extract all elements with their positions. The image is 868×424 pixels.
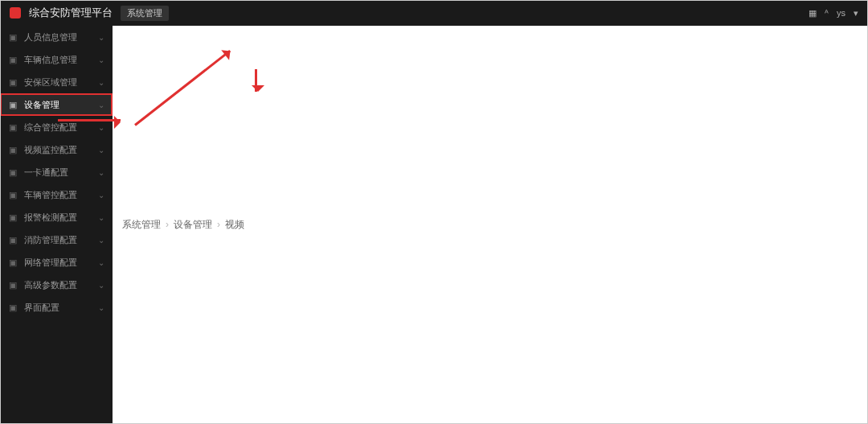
guide-arrow-3 bbox=[255, 69, 257, 92]
topbar: 综合安防管理平台 系统管理 ▦ ᴬ ys ▾ bbox=[0, 0, 868, 26]
crumb-0[interactable]: 系统管理 bbox=[122, 218, 161, 232]
chevron-icon: ⌄ bbox=[98, 281, 104, 290]
logo-icon bbox=[10, 7, 21, 19]
user-icon[interactable]: ᴬ bbox=[825, 8, 829, 19]
nav-icon: ▣ bbox=[8, 32, 18, 42]
nav-icon: ▣ bbox=[8, 55, 18, 64]
guide-arrow-1 bbox=[58, 119, 121, 121]
chevron-icon: ⌄ bbox=[98, 168, 104, 177]
module-tag[interactable]: 系统管理 bbox=[121, 6, 169, 21]
grid-icon[interactable]: ▦ bbox=[809, 8, 817, 19]
sidebar-item[interactable]: ▣报警检测配置⌄ bbox=[0, 206, 113, 228]
sidebar-item[interactable]: ▣车辆管控配置⌄ bbox=[0, 183, 113, 206]
chevron-icon: ⌄ bbox=[98, 191, 104, 200]
nav-icon: ▣ bbox=[8, 235, 18, 245]
nav-icon: ▣ bbox=[8, 303, 18, 312]
chevron-icon: ⌄ bbox=[98, 213, 104, 222]
app-title: 综合安防管理平台 bbox=[29, 6, 113, 20]
sidebar-item[interactable]: ▣网络管理配置⌄ bbox=[0, 251, 113, 274]
nav-icon: ▣ bbox=[8, 167, 18, 177]
nav-icon: ▣ bbox=[8, 100, 18, 109]
chevron-icon: ⌄ bbox=[98, 123, 104, 132]
sidebar-item[interactable]: ▣一卡通配置⌄ bbox=[0, 161, 113, 183]
sidebar-item[interactable]: ▣消防管理配置⌄ bbox=[0, 228, 113, 251]
nav-icon: ▣ bbox=[8, 257, 18, 267]
sidebar: ▣人员信息管理⌄▣车辆信息管理⌄▣安保区域管理⌄▣设备管理⌄▣综合管控配置⌄▣视… bbox=[0, 26, 113, 424]
sidebar-item[interactable]: ▣车辆信息管理⌄ bbox=[0, 48, 113, 71]
chevron-icon: ⌄ bbox=[98, 33, 104, 42]
nav-icon: ▣ bbox=[8, 77, 18, 87]
nav-icon: ▣ bbox=[8, 212, 18, 222]
chevron-icon: ⌄ bbox=[98, 56, 104, 64]
chevron-icon: ⌄ bbox=[98, 236, 104, 245]
chevron-down-icon[interactable]: ▾ bbox=[854, 8, 858, 19]
chevron-icon: ⌄ bbox=[98, 146, 104, 154]
sidebar-item[interactable]: ▣安保区域管理⌄ bbox=[0, 71, 113, 93]
nav-icon: ▣ bbox=[8, 190, 18, 200]
chevron-icon: ⌄ bbox=[98, 303, 104, 312]
sidebar-item[interactable]: ▣高级参数配置⌄ bbox=[0, 274, 113, 296]
user-name[interactable]: ys bbox=[837, 8, 845, 18]
crumb-2: 视频 bbox=[225, 218, 244, 232]
nav-icon: ▣ bbox=[8, 122, 18, 132]
chevron-icon: ⌄ bbox=[98, 78, 104, 87]
sidebar-item[interactable]: ▣视频监控配置⌄ bbox=[0, 138, 113, 161]
crumb-1[interactable]: 设备管理 bbox=[174, 218, 212, 232]
sidebar-item[interactable]: ▣人员信息管理⌄ bbox=[0, 26, 113, 48]
nav-icon: ▣ bbox=[8, 145, 18, 154]
chevron-icon: ⌄ bbox=[98, 101, 104, 109]
sidebar-item[interactable]: ▣设备管理⌄ bbox=[0, 93, 113, 116]
sidebar-item[interactable]: ▣界面配置⌄ bbox=[0, 296, 113, 319]
chevron-icon: ⌄ bbox=[98, 258, 104, 267]
nav-icon: ▣ bbox=[8, 280, 18, 290]
breadcrumb: 系统管理› 设备管理› 视频 bbox=[113, 26, 868, 424]
